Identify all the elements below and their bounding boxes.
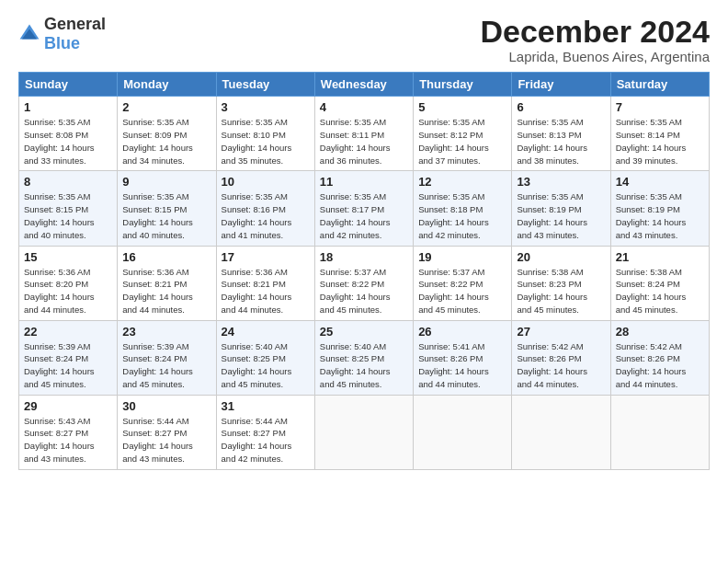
day-number: 16 xyxy=(122,250,210,264)
day-number: 25 xyxy=(320,325,408,339)
table-row: 3Sunrise: 5:35 AM Sunset: 8:10 PM Daylig… xyxy=(216,97,314,171)
day-info: Sunrise: 5:35 AM Sunset: 8:14 PM Dayligh… xyxy=(616,116,704,167)
table-row: 1Sunrise: 5:35 AM Sunset: 8:08 PM Daylig… xyxy=(19,97,118,171)
day-number: 18 xyxy=(320,250,408,264)
table-row: 29Sunrise: 5:43 AM Sunset: 8:27 PM Dayli… xyxy=(19,395,118,469)
day-info: Sunrise: 5:35 AM Sunset: 8:18 PM Dayligh… xyxy=(418,190,506,241)
header-monday: Monday xyxy=(118,73,216,97)
day-info: Sunrise: 5:44 AM Sunset: 8:27 PM Dayligh… xyxy=(122,415,210,465)
table-row: 30Sunrise: 5:44 AM Sunset: 8:27 PM Dayli… xyxy=(118,395,216,469)
day-number: 29 xyxy=(24,399,112,413)
day-number: 23 xyxy=(122,325,210,339)
day-info: Sunrise: 5:35 AM Sunset: 8:19 PM Dayligh… xyxy=(517,190,605,241)
header-friday: Friday xyxy=(512,73,610,97)
day-number: 28 xyxy=(616,325,704,339)
day-number: 12 xyxy=(418,175,506,189)
table-row: 14Sunrise: 5:35 AM Sunset: 8:19 PM Dayli… xyxy=(610,171,709,246)
header-thursday: Thursday xyxy=(414,73,512,97)
day-info: Sunrise: 5:40 AM Sunset: 8:25 PM Dayligh… xyxy=(222,340,310,391)
table-row: 11Sunrise: 5:35 AM Sunset: 8:17 PM Dayli… xyxy=(314,171,413,246)
day-number: 19 xyxy=(418,250,506,264)
day-info: Sunrise: 5:35 AM Sunset: 8:09 PM Dayligh… xyxy=(122,116,210,167)
day-info: Sunrise: 5:37 AM Sunset: 8:22 PM Dayligh… xyxy=(418,266,506,316)
table-row: 27Sunrise: 5:42 AM Sunset: 8:26 PM Dayli… xyxy=(512,320,610,395)
day-number: 20 xyxy=(517,250,605,264)
table-row: 15Sunrise: 5:36 AM Sunset: 8:20 PM Dayli… xyxy=(19,246,118,320)
header-saturday: Saturday xyxy=(610,73,709,97)
day-number: 30 xyxy=(122,399,210,413)
day-info: Sunrise: 5:44 AM Sunset: 8:27 PM Dayligh… xyxy=(222,415,310,465)
day-info: Sunrise: 5:35 AM Sunset: 8:16 PM Dayligh… xyxy=(222,190,310,241)
table-row xyxy=(512,395,610,469)
table-row: 19Sunrise: 5:37 AM Sunset: 8:22 PM Dayli… xyxy=(414,246,512,320)
day-info: Sunrise: 5:35 AM Sunset: 8:19 PM Dayligh… xyxy=(616,190,704,241)
table-row: 20Sunrise: 5:38 AM Sunset: 8:23 PM Dayli… xyxy=(512,246,610,320)
day-number: 31 xyxy=(222,399,310,413)
logo-general-text: General xyxy=(44,15,106,33)
table-row: 26Sunrise: 5:41 AM Sunset: 8:26 PM Dayli… xyxy=(414,320,512,395)
day-number: 26 xyxy=(418,325,506,339)
table-row: 10Sunrise: 5:35 AM Sunset: 8:16 PM Dayli… xyxy=(216,171,314,246)
day-number: 7 xyxy=(616,100,704,114)
table-row: 6Sunrise: 5:35 AM Sunset: 8:13 PM Daylig… xyxy=(512,97,610,171)
subtitle: Laprida, Buenos Aires, Argentina xyxy=(480,49,710,64)
day-number: 17 xyxy=(222,250,310,264)
table-row: 17Sunrise: 5:36 AM Sunset: 8:21 PM Dayli… xyxy=(216,246,314,320)
day-info: Sunrise: 5:35 AM Sunset: 8:10 PM Dayligh… xyxy=(222,116,310,167)
day-info: Sunrise: 5:39 AM Sunset: 8:24 PM Dayligh… xyxy=(122,340,210,391)
logo: General Blue xyxy=(18,15,106,53)
table-row: 8Sunrise: 5:35 AM Sunset: 8:15 PM Daylig… xyxy=(19,171,118,246)
day-info: Sunrise: 5:43 AM Sunset: 8:27 PM Dayligh… xyxy=(24,415,112,465)
table-row: 31Sunrise: 5:44 AM Sunset: 8:27 PM Dayli… xyxy=(216,395,314,469)
day-info: Sunrise: 5:35 AM Sunset: 8:15 PM Dayligh… xyxy=(24,190,112,241)
calendar-table: Sunday Monday Tuesday Wednesday Thursday… xyxy=(18,72,710,469)
table-row xyxy=(414,395,512,469)
day-info: Sunrise: 5:35 AM Sunset: 8:17 PM Dayligh… xyxy=(320,190,408,241)
day-number: 3 xyxy=(222,100,310,114)
header-tuesday: Tuesday xyxy=(216,73,314,97)
table-row: 23Sunrise: 5:39 AM Sunset: 8:24 PM Dayli… xyxy=(118,320,216,395)
table-row: 7Sunrise: 5:35 AM Sunset: 8:14 PM Daylig… xyxy=(610,97,709,171)
day-info: Sunrise: 5:35 AM Sunset: 8:15 PM Dayligh… xyxy=(122,190,210,241)
table-row: 13Sunrise: 5:35 AM Sunset: 8:19 PM Dayli… xyxy=(512,171,610,246)
day-number: 27 xyxy=(517,325,605,339)
day-info: Sunrise: 5:35 AM Sunset: 8:13 PM Dayligh… xyxy=(517,116,605,167)
day-info: Sunrise: 5:38 AM Sunset: 8:23 PM Dayligh… xyxy=(517,266,605,316)
day-info: Sunrise: 5:37 AM Sunset: 8:22 PM Dayligh… xyxy=(320,266,408,316)
day-number: 15 xyxy=(24,250,112,264)
page: General Blue December 2024 Laprida, Buen… xyxy=(0,0,728,563)
header-sunday: Sunday xyxy=(19,73,118,97)
table-row: 25Sunrise: 5:40 AM Sunset: 8:25 PM Dayli… xyxy=(314,320,413,395)
day-info: Sunrise: 5:36 AM Sunset: 8:21 PM Dayligh… xyxy=(122,266,210,316)
day-number: 5 xyxy=(418,100,506,114)
day-number: 9 xyxy=(122,175,210,189)
day-number: 1 xyxy=(24,100,112,114)
day-number: 24 xyxy=(222,325,310,339)
table-row: 9Sunrise: 5:35 AM Sunset: 8:15 PM Daylig… xyxy=(118,171,216,246)
day-info: Sunrise: 5:40 AM Sunset: 8:25 PM Dayligh… xyxy=(320,340,408,391)
day-number: 6 xyxy=(517,100,605,114)
day-info: Sunrise: 5:42 AM Sunset: 8:26 PM Dayligh… xyxy=(616,340,704,391)
day-info: Sunrise: 5:36 AM Sunset: 8:20 PM Dayligh… xyxy=(24,266,112,316)
header: General Blue December 2024 Laprida, Buen… xyxy=(18,15,710,64)
main-title: December 2024 xyxy=(480,15,710,49)
day-info: Sunrise: 5:41 AM Sunset: 8:26 PM Dayligh… xyxy=(418,340,506,391)
title-block: December 2024 Laprida, Buenos Aires, Arg… xyxy=(480,15,710,64)
day-number: 22 xyxy=(24,325,112,339)
table-row xyxy=(314,395,413,469)
day-number: 10 xyxy=(222,175,310,189)
table-row: 21Sunrise: 5:38 AM Sunset: 8:24 PM Dayli… xyxy=(610,246,709,320)
day-info: Sunrise: 5:35 AM Sunset: 8:12 PM Dayligh… xyxy=(418,116,506,167)
table-row xyxy=(610,395,709,469)
day-number: 8 xyxy=(24,175,112,189)
table-row: 12Sunrise: 5:35 AM Sunset: 8:18 PM Dayli… xyxy=(414,171,512,246)
weekday-header-row: Sunday Monday Tuesday Wednesday Thursday… xyxy=(19,73,710,97)
table-row: 24Sunrise: 5:40 AM Sunset: 8:25 PM Dayli… xyxy=(216,320,314,395)
day-number: 14 xyxy=(616,175,704,189)
day-number: 11 xyxy=(320,175,408,189)
day-number: 21 xyxy=(616,250,704,264)
table-row: 2Sunrise: 5:35 AM Sunset: 8:09 PM Daylig… xyxy=(118,97,216,171)
day-info: Sunrise: 5:36 AM Sunset: 8:21 PM Dayligh… xyxy=(222,266,310,316)
table-row: 16Sunrise: 5:36 AM Sunset: 8:21 PM Dayli… xyxy=(118,246,216,320)
day-number: 4 xyxy=(320,100,408,114)
